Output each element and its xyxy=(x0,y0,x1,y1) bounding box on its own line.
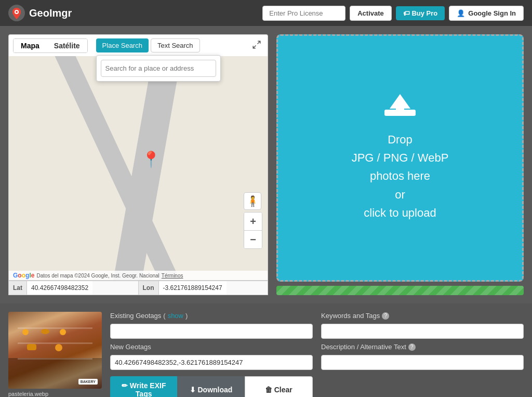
clear-button[interactable]: 🗑 Clear xyxy=(245,376,313,397)
google-signin-button[interactable]: 👤 Google Sign In xyxy=(449,6,524,21)
main-content: Mapa Satélite Place Search Text Search xyxy=(0,26,532,303)
map-container[interactable]: 📍 🧍 + − Google Datos del mapa ©2024 Goog… xyxy=(8,56,268,281)
photo-filename: pasteleria.webp xyxy=(8,391,102,397)
existing-geotags-input[interactable] xyxy=(110,324,313,339)
new-geotags-label: New Geotags xyxy=(110,343,313,351)
pegman-button[interactable]: 🧍 xyxy=(244,192,261,210)
tab-satelite[interactable]: Satélite xyxy=(47,39,87,52)
description-input[interactable] xyxy=(321,355,524,370)
zoom-out-button[interactable]: − xyxy=(244,231,262,248)
buy-pro-button[interactable]: 🏷 Buy Pro xyxy=(396,6,445,20)
drop-text: Drop JPG / PNG / WebP photos here or cli… xyxy=(352,130,449,222)
svg-line-5 xyxy=(253,46,256,48)
map-pin[interactable]: 📍 xyxy=(141,150,161,168)
upload-arrow-icon xyxy=(384,94,416,120)
svg-point-3 xyxy=(16,11,18,13)
lon-field: Lon -3.621761889154247 xyxy=(139,281,269,295)
search-input[interactable] xyxy=(101,60,216,77)
search-group: Place Search Text Search xyxy=(96,38,200,52)
app-header: GeoImgr Activate 🏷 Buy Pro 👤 Google Sign… xyxy=(0,0,532,26)
map-controls: 🧍 + − xyxy=(244,192,262,249)
upload-icon xyxy=(384,94,416,126)
description-label: Description / Alternative Text ? xyxy=(321,343,524,351)
show-link[interactable]: show xyxy=(168,312,183,320)
google-logo: Google xyxy=(13,272,34,279)
lon-value: -3.621761889154247 xyxy=(159,281,227,295)
keywords-input[interactable] xyxy=(321,324,524,339)
svg-line-4 xyxy=(258,41,260,44)
form-section: Existing Geotags ( show ) New Geotags ✏ … xyxy=(110,312,524,389)
zoom-in-button[interactable]: + xyxy=(244,213,262,230)
app-title: GeoImgr xyxy=(29,7,72,19)
search-dropdown xyxy=(96,55,221,82)
tab-mapa[interactable]: Mapa xyxy=(14,39,47,52)
map-data-text: Datos del mapa ©2024 Google, Inst. Geogr… xyxy=(36,273,159,279)
form-col-right: Keywords and Tags ? Description / Altern… xyxy=(321,312,524,389)
photo-container: BAKERY pasteleria.webp xyxy=(8,312,102,389)
coordinates-bar: Lat 40.42667498482352 Lon -3.62176188915… xyxy=(8,281,268,295)
map-tabs: Mapa Satélite xyxy=(13,38,88,53)
header-actions: Activate 🏷 Buy Pro 👤 Google Sign In xyxy=(262,6,524,21)
license-input[interactable] xyxy=(262,6,345,21)
progress-bar xyxy=(276,286,524,295)
lon-label: Lon xyxy=(139,281,159,295)
new-geotags-input[interactable] xyxy=(110,355,313,370)
existing-geotags-label: Existing Geotags ( show ) xyxy=(110,312,313,320)
map-footer: Google Datos del mapa ©2024 Google, Inst… xyxy=(9,271,268,280)
logo-container: GeoImgr xyxy=(8,5,72,21)
place-search-button[interactable]: Place Search xyxy=(96,38,149,52)
text-search-button[interactable]: Text Search xyxy=(151,38,200,52)
app-logo-icon xyxy=(8,5,25,21)
upload-section: Drop JPG / PNG / WebP photos here or cli… xyxy=(276,34,524,295)
keywords-label: Keywords and Tags ? xyxy=(321,312,524,320)
progress-bar-fill xyxy=(276,286,524,295)
download-button[interactable]: ⬇ Download xyxy=(177,376,244,397)
keywords-info-icon: ? xyxy=(382,312,389,320)
lat-label: Lat xyxy=(9,281,27,295)
write-exif-button[interactable]: ✏ Write EXIF Tags xyxy=(110,376,177,397)
photo-thumbnail[interactable]: BAKERY xyxy=(8,312,102,389)
lat-field: Lat 40.42667498482352 xyxy=(8,281,139,295)
activate-button[interactable]: Activate xyxy=(350,6,392,21)
description-info-icon: ? xyxy=(408,343,416,351)
action-buttons-row: ✏ Write EXIF Tags ⬇ Download 🗑 Clear xyxy=(110,376,313,397)
bottom-section: BAKERY pasteleria.webp Existing Geotags … xyxy=(0,303,532,397)
map-section: Mapa Satélite Place Search Text Search xyxy=(8,34,268,295)
lat-value: 40.42667498482352 xyxy=(27,281,92,295)
drop-zone[interactable]: Drop JPG / PNG / WebP photos here or cli… xyxy=(276,34,524,282)
fullscreen-icon xyxy=(252,40,261,49)
fullscreen-button[interactable] xyxy=(250,38,263,53)
map-terms-link[interactable]: Términos xyxy=(162,273,183,279)
user-icon: 👤 xyxy=(457,9,465,17)
zoom-controls: + − xyxy=(244,212,262,249)
form-col-left: Existing Geotags ( show ) New Geotags ✏ … xyxy=(110,312,313,389)
